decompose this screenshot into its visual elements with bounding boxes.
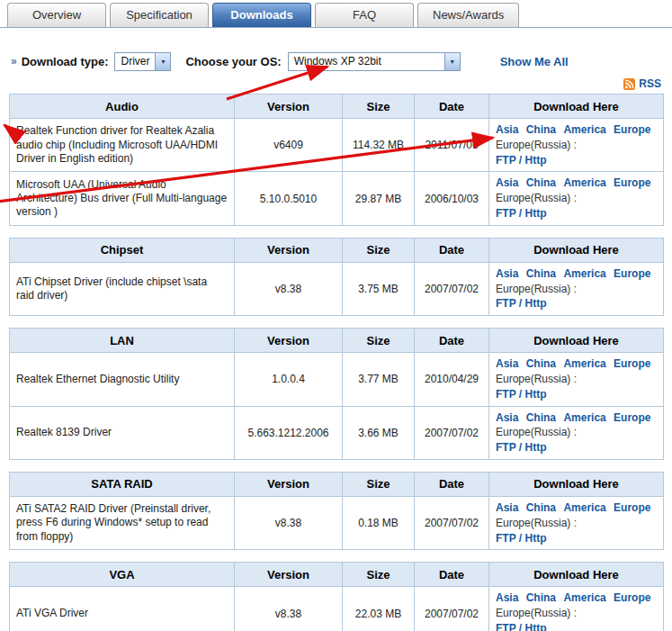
download-link-asia[interactable]: Asia: [496, 123, 518, 136]
download-link-china[interactable]: China: [526, 411, 556, 424]
protocol-links: FTP / Http: [496, 296, 657, 311]
category-header: SATA RAID: [10, 472, 235, 496]
download-table-chipset: ChipsetVersionSizeDateDownload HereATi C…: [9, 238, 664, 316]
download-link-asia[interactable]: Asia: [496, 411, 518, 424]
download-link-europe[interactable]: Europe: [614, 267, 650, 280]
download-link-asia[interactable]: Asia: [496, 357, 518, 370]
download-sections: AudioVersionSizeDateDownload HereRealtek…: [0, 94, 672, 631]
os-value: Windows XP 32bit: [289, 55, 387, 68]
tab-specification[interactable]: Specification: [110, 3, 209, 27]
download-link-asia[interactable]: Asia: [496, 501, 518, 514]
download-link-http[interactable]: Http: [524, 154, 546, 167]
download-link-europe[interactable]: Europe: [614, 591, 650, 604]
driver-name: Realtek Ethernet Diagnostic Utility: [10, 353, 235, 406]
column-header-size: Size: [343, 329, 415, 353]
driver-name: Realtek 8139 Driver: [10, 406, 235, 459]
download-link-ftp[interactable]: FTP: [496, 532, 515, 545]
rss-label: RSS: [639, 77, 661, 90]
download-link-america[interactable]: America: [563, 267, 605, 280]
download-link-ftp[interactable]: FTP: [496, 297, 515, 310]
download-link-china[interactable]: China: [526, 501, 556, 514]
column-header-date: Date: [415, 472, 489, 496]
driver-size: 22.03 MB: [343, 587, 415, 631]
show-me-all-link[interactable]: Show Me All: [500, 55, 569, 68]
download-link-http[interactable]: Http: [524, 441, 546, 454]
driver-name: ATi SATA2 RAID Driver (Preinstall driver…: [10, 496, 235, 549]
column-header-date: Date: [415, 95, 489, 119]
driver-size: 29.87 MB: [343, 172, 415, 225]
download-link-http[interactable]: Http: [524, 388, 546, 401]
column-header-version: Version: [235, 329, 343, 353]
download-link-america[interactable]: America: [563, 123, 605, 136]
download-link-europe[interactable]: Europe: [614, 357, 650, 370]
download-link-http[interactable]: Http: [524, 622, 546, 631]
download-link-europe[interactable]: Europe: [614, 176, 650, 189]
download-type-select[interactable]: Driver ▼: [114, 52, 171, 71]
tab-downloads[interactable]: Downloads: [212, 3, 311, 27]
download-link-http[interactable]: Http: [524, 207, 546, 220]
category-header: VGA: [10, 563, 235, 587]
chevron-down-icon[interactable]: ▼: [155, 53, 170, 70]
download-link-america[interactable]: America: [563, 357, 605, 370]
download-link-china[interactable]: China: [526, 176, 556, 189]
category-header: Chipset: [10, 238, 235, 262]
download-link-europe[interactable]: Europe: [614, 501, 650, 514]
europe-russia-label: Europe(Russia) :: [496, 283, 577, 295]
download-link-ftp[interactable]: FTP: [496, 622, 515, 631]
download-link-china[interactable]: China: [526, 357, 556, 370]
download-type-value: Driver: [115, 55, 155, 68]
download-link-http[interactable]: Http: [524, 297, 546, 310]
table-row: Realtek Ethernet Diagnostic Utility1.0.0…: [10, 353, 664, 406]
driver-date: 2007/07/02: [415, 496, 489, 549]
rss-link[interactable]: RSS: [623, 77, 661, 90]
download-link-http[interactable]: Http: [524, 532, 546, 545]
os-select[interactable]: Windows XP 32bit ▼: [288, 52, 461, 71]
driver-size: 3.77 MB: [343, 353, 415, 406]
protocol-links: FTP / Http: [496, 621, 657, 631]
driver-version: 5.663.1212.2006: [235, 406, 343, 459]
table-row: ATi VGA Driverv8.3822.03 MB2007/07/02Asi…: [10, 587, 664, 631]
download-links-cell: Asia China America Europe Europe(Russia)…: [489, 587, 664, 631]
download-link-america[interactable]: America: [563, 591, 605, 604]
download-link-ftp[interactable]: FTP: [496, 207, 515, 220]
download-link-ftp[interactable]: FTP: [496, 154, 515, 167]
download-link-america[interactable]: America: [563, 176, 605, 189]
column-header-version: Version: [235, 472, 343, 496]
tab-news-awards[interactable]: News/Awards: [417, 3, 519, 27]
download-link-ftp[interactable]: FTP: [496, 388, 515, 401]
download-link-asia[interactable]: Asia: [496, 267, 518, 280]
download-table-audio: AudioVersionSizeDateDownload HereRealtek…: [9, 94, 664, 226]
chevron-down-icon[interactable]: ▼: [444, 53, 460, 70]
driver-name: ATi VGA Driver: [10, 587, 235, 631]
download-link-china[interactable]: China: [526, 123, 556, 136]
download-link-america[interactable]: America: [563, 501, 605, 514]
download-link-america[interactable]: America: [563, 411, 605, 424]
bullet-icon: »: [11, 55, 17, 68]
tab-faq[interactable]: FAQ: [315, 3, 414, 27]
rss-line: RSS: [0, 77, 661, 91]
download-link-asia[interactable]: Asia: [496, 591, 518, 604]
category-header: Audio: [10, 95, 235, 119]
column-header-download-here: Download Here: [489, 472, 664, 496]
europe-russia-label: Europe(Russia) :: [496, 192, 577, 204]
driver-date: 2010/04/29: [415, 353, 489, 406]
download-links-cell: Asia China America Europe Europe(Russia)…: [489, 262, 664, 315]
download-link-europe[interactable]: Europe: [614, 123, 650, 136]
download-type-label: Download type:: [22, 55, 109, 68]
download-link-europe[interactable]: Europe: [614, 411, 650, 424]
download-link-china[interactable]: China: [526, 267, 556, 280]
driver-name: Microsoft UAA (Universal Audio Architect…: [10, 172, 235, 225]
download-link-ftp[interactable]: FTP: [496, 441, 515, 454]
download-table-lan: LANVersionSizeDateDownload HereRealtek E…: [9, 328, 664, 460]
tab-overview[interactable]: Overview: [7, 3, 106, 27]
download-link-china[interactable]: China: [526, 591, 556, 604]
europe-russia-label: Europe(Russia) :: [496, 607, 577, 619]
download-link-asia[interactable]: Asia: [496, 176, 518, 189]
download-links-cell: Asia China America Europe Europe(Russia)…: [489, 172, 664, 225]
download-table-sata-raid: SATA RAIDVersionSizeDateDownload HereATi…: [9, 472, 664, 550]
driver-version: 1.0.0.4: [235, 353, 343, 406]
europe-russia-label: Europe(Russia) :: [496, 373, 577, 385]
column-header-version: Version: [235, 238, 343, 262]
column-header-download-here: Download Here: [489, 238, 664, 262]
driver-date: 2007/07/02: [415, 587, 489, 631]
